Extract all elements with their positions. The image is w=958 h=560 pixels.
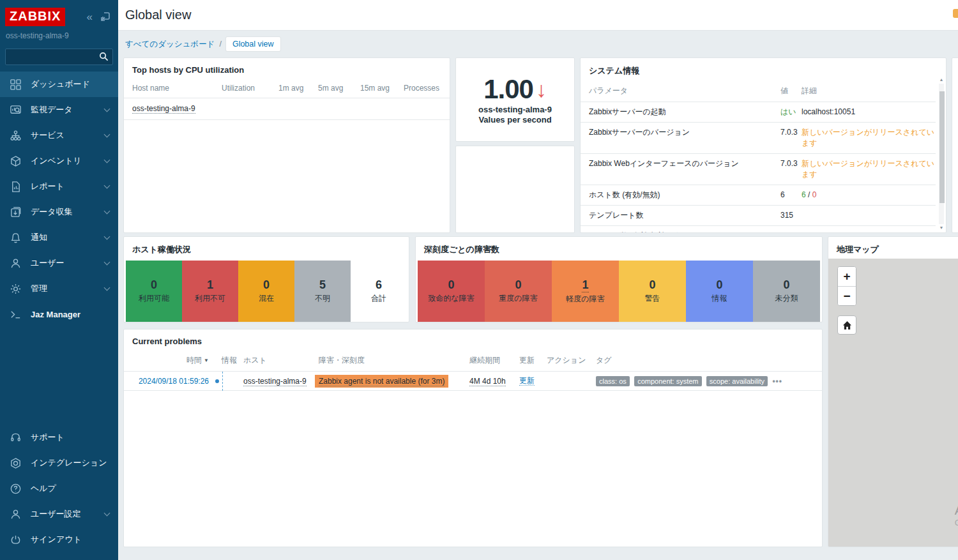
block-label: 警告 — [645, 293, 660, 304]
sidebar-item-users[interactable]: ユーザー — [0, 250, 118, 276]
problem-severity-cell: Zabbix agent is not available (for 3m) — [315, 375, 448, 388]
table-row: Zabbixサーバーの起動 はい localhost:10051 — [581, 102, 936, 123]
panel-geomap: 地理マップ + − Acti Go to — [828, 236, 958, 547]
block-label: 不明 — [315, 293, 330, 304]
sidebar-item-help[interactable]: ヘルプ — [0, 476, 118, 501]
breadcrumb: すべてのダッシュボード / Global view — [125, 37, 280, 51]
chevron-down-icon — [104, 131, 110, 137]
tag-badge[interactable]: component: system — [634, 376, 701, 386]
search-icon[interactable] — [99, 52, 109, 61]
col-update: 更新 — [519, 355, 547, 366]
sidebar-search-input[interactable] — [5, 49, 113, 65]
scrollbar[interactable]: ▲ ▼ — [938, 77, 945, 231]
severity-block-information: 0 情報 — [686, 261, 753, 322]
scroll-down-icon[interactable]: ▼ — [938, 225, 945, 231]
more-tags-button[interactable]: ••• — [772, 377, 782, 386]
menu-label: 通知 — [31, 232, 105, 243]
panel-title: Top hosts by CPU utilization — [124, 58, 450, 80]
sidebar-item-dashboard[interactable]: ダッシュボード — [0, 72, 118, 97]
sidebar-item-reports[interactable]: レポート — [0, 174, 118, 199]
sort-desc-icon: ▼ — [204, 358, 209, 363]
sidebar-item-inventory[interactable]: インベントリ — [0, 148, 118, 174]
zabbix-logo[interactable]: ZABBIX — [5, 8, 65, 26]
top-hosts-header-row: Host name Utilization 1m avg 5m avg 15m … — [124, 80, 450, 98]
sidebar-item-jaz-manager[interactable]: Jaz Manager — [0, 301, 118, 327]
param-label: ホスト数 (有効/無効) — [589, 190, 780, 201]
support-icon — [9, 431, 22, 444]
breadcrumb-current-chip[interactable]: Global view — [226, 37, 280, 51]
menu-label: ヘルプ — [31, 483, 109, 494]
sidebar-item-integrations[interactable]: インテグレーション — [0, 450, 118, 476]
sidebar-item-notifications[interactable]: 通知 — [0, 225, 118, 250]
availability-block-mixed: 0 混在 — [238, 261, 294, 322]
block-count: 6 — [376, 278, 382, 292]
tag-badge[interactable]: class: os — [596, 376, 630, 386]
col-1m-avg: 1m avg — [278, 84, 318, 93]
chevron-down-icon — [104, 284, 110, 291]
availability-block-unknown: 5 不明 — [294, 261, 351, 322]
zoom-in-button[interactable]: + — [838, 267, 856, 286]
scroll-up-icon[interactable]: ▲ — [938, 77, 945, 82]
menu-label: Jaz Manager — [31, 310, 109, 319]
col-processes: Processes — [404, 84, 441, 93]
param-label: Zabbix Webインターフェースのバージョン — [589, 158, 780, 180]
home-icon — [842, 321, 852, 330]
severity-block-disaster: 0 致命的な障害 — [418, 261, 485, 322]
sidebar-item-support[interactable]: サポート — [0, 425, 118, 450]
problem-duration-link[interactable]: 4M 4d 10h — [469, 377, 506, 386]
block-label: 合計 — [371, 293, 386, 304]
severity-block-not-classified: 0 未分類 — [753, 261, 820, 322]
sidebar-item-administration[interactable]: 管理 — [0, 276, 118, 301]
menu-label: レポート — [31, 181, 105, 192]
header-partial-icon[interactable] — [953, 9, 958, 18]
problem-name-link[interactable]: Zabbix agent is not available (for 3m) — [319, 377, 445, 386]
panel-top-hosts: Top hosts by CPU utilization Host name U… — [123, 57, 450, 233]
problem-host-link[interactable]: oss-testing-alma-9 — [243, 377, 307, 386]
problem-update-link[interactable]: 更新 — [519, 376, 535, 386]
collapse-sidebar-icon[interactable]: « — [87, 11, 93, 22]
param-detail: 6 / 0 — [802, 190, 934, 201]
problem-time-link[interactable]: 2024/09/18 01:59:26 — [139, 377, 209, 386]
sidebar-item-monitoring[interactable]: 監視データ — [0, 97, 118, 123]
param-detail: 133 / 0 / 13 — [802, 231, 934, 233]
sidebar-item-user-settings[interactable]: ユーザー設定 — [0, 501, 118, 527]
map-home-button[interactable] — [837, 315, 856, 335]
param-value: はい — [780, 107, 802, 117]
chevron-down-icon — [104, 233, 110, 239]
col-actions: アクション — [547, 355, 596, 366]
breadcrumb-all-dashboards-link[interactable]: すべてのダッシュボード — [125, 39, 215, 50]
block-label: 利用可能 — [139, 293, 169, 304]
block-label: 利用不可 — [195, 293, 225, 304]
panel-partial-right — [952, 57, 958, 233]
zoom-out-button[interactable]: − — [838, 286, 856, 305]
host-link[interactable]: oss-testing-alma-9 — [132, 104, 195, 114]
notifications-icon — [9, 231, 22, 244]
breadcrumb-separator: / — [219, 40, 221, 49]
chevron-down-icon — [104, 182, 110, 188]
hide-sidebar-icon[interactable] — [100, 11, 110, 22]
block-label: 重度の障害 — [499, 293, 537, 304]
inventory-icon — [9, 155, 22, 167]
block-count-link[interactable]: 1 — [582, 278, 588, 292]
sidebar-menu: ダッシュボード 監視データ サービス インベントリ — [0, 72, 118, 327]
block-label: 致命的な障害 — [428, 293, 474, 304]
col-value: 値 — [780, 86, 802, 96]
block-count: 0 — [716, 278, 722, 292]
menu-label: データ収集 — [31, 206, 105, 218]
menu-label: サポート — [31, 432, 109, 443]
chevron-down-icon — [104, 105, 110, 112]
sidebar-item-services[interactable]: サービス — [0, 123, 118, 148]
panel-title: 深刻度ごとの障害数 — [416, 237, 822, 261]
table-row: テンプレート数 315 — [581, 206, 936, 226]
menu-label: サインアウト — [31, 534, 109, 545]
col-time[interactable]: 時間 ▼ — [132, 355, 214, 366]
integrations-icon — [9, 457, 22, 469]
sidebar-item-signout[interactable]: サインアウト — [0, 527, 118, 552]
geomap-canvas[interactable]: + − Acti Go to — [828, 259, 958, 547]
sidebar-item-data-collection[interactable]: データ収集 — [0, 199, 118, 225]
tag-badge[interactable]: scope: availability — [706, 376, 768, 386]
chevron-down-icon — [104, 208, 110, 214]
scrollbar-thumb[interactable] — [939, 91, 945, 203]
menu-label: ユーザー設定 — [31, 508, 105, 520]
col-details: 詳細 — [802, 86, 934, 96]
